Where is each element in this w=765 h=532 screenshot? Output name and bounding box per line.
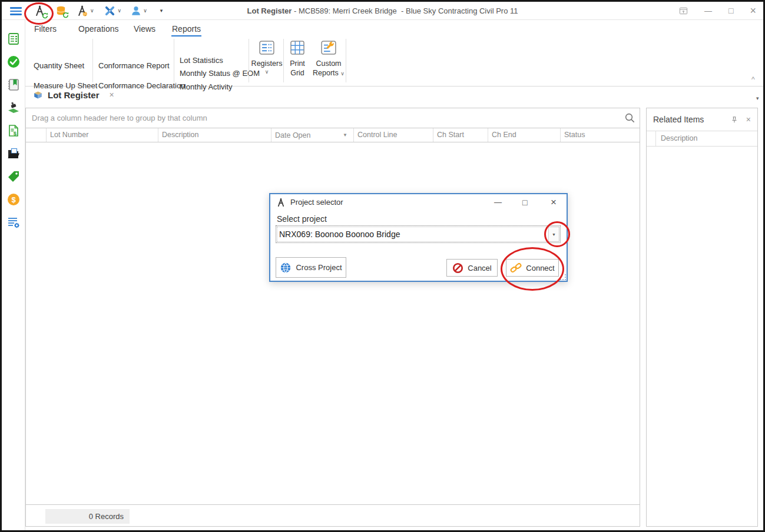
user-icon: [131, 5, 141, 16]
lot-register-grid: Drag a column header here to group by th…: [25, 108, 640, 527]
registers-label: Registers: [251, 59, 283, 68]
dialog-minimize-button[interactable]: —: [494, 194, 502, 210]
document-tab-label: Lot Register: [48, 90, 100, 100]
related-items-body-empty: [647, 147, 757, 526]
chevron-down-icon: ∨: [265, 69, 269, 75]
row-selector-header[interactable]: [26, 128, 47, 142]
column-description[interactable]: Description: [158, 128, 271, 142]
project-gear-icon: [76, 5, 88, 17]
ribbon-divider: [249, 39, 249, 82]
dialog-maximize-button[interactable]: □: [522, 194, 527, 210]
close-button[interactable]: ×: [750, 5, 756, 16]
connect-button[interactable]: Connect: [506, 259, 559, 277]
search-icon: [624, 112, 635, 124]
tab-operations[interactable]: Operations: [78, 24, 118, 34]
close-icon: ×: [746, 115, 751, 124]
dollar-circle-icon: $: [6, 192, 21, 207]
sidebar-lot-register-button[interactable]: [6, 32, 21, 46]
approval-stamp-icon: [6, 101, 21, 115]
record-count-badge: 0 Records: [45, 509, 130, 524]
admin-tools-button[interactable]: ∨: [102, 4, 123, 18]
dropdown-arrow-icon: ▼: [552, 232, 556, 237]
grid-footer: 0 Records: [26, 504, 640, 526]
tab-filters[interactable]: Filters: [34, 24, 57, 34]
quick-access-toolbar: ∨ ∨ ∨ ▾: [32, 2, 163, 19]
user-button[interactable]: ∨: [130, 4, 148, 17]
tab-list-dropdown-icon[interactable]: ▾: [756, 95, 759, 101]
registers-grid-icon: [258, 39, 276, 56]
group-by-bar[interactable]: Drag a column header here to group by th…: [26, 108, 640, 128]
column-status[interactable]: Status: [561, 128, 640, 142]
cancel-prohibition-icon: [452, 262, 463, 274]
cancel-button[interactable]: Cancel: [446, 259, 498, 277]
window-controls: — □ ×: [679, 2, 756, 19]
related-items-header-row: Description: [647, 131, 757, 147]
ribbon-toggle-button[interactable]: [679, 6, 688, 15]
toolbar-more-dropdown-icon[interactable]: ▾: [160, 8, 163, 14]
dialog-titlebar[interactable]: Project selector — □ ×: [270, 194, 567, 210]
sidebar-tags-button[interactable]: [6, 169, 21, 184]
ribbon-divider: [92, 39, 93, 82]
related-row-selector-header: [647, 131, 656, 146]
menu-lot-statistics[interactable]: Lot Statistics: [180, 56, 223, 65]
menu-monthly-activity[interactable]: Monthly Activity: [180, 82, 233, 91]
cube-icon: [32, 89, 44, 100]
project-combo-dropdown-button[interactable]: ▼: [548, 227, 559, 242]
sidebar-register-settings-button[interactable]: [6, 215, 21, 230]
tab-reports[interactable]: Reports: [172, 24, 201, 34]
lot-register-icon: [6, 32, 21, 46]
tag-icon: [6, 169, 21, 184]
document-tab-close-icon[interactable]: ×: [110, 90, 114, 99]
close-panel-button[interactable]: ×: [746, 115, 751, 124]
maximize-button[interactable]: □: [728, 6, 733, 15]
related-items-panel: Related Items × Description: [646, 108, 758, 527]
sidebar-claim-sheet-button[interactable]: $: [6, 124, 21, 138]
project-connect-button[interactable]: [32, 4, 47, 18]
tab-views[interactable]: Views: [134, 24, 155, 34]
project-combo[interactable]: NRX069: Boonoo Boonoo Bridge ▼: [276, 225, 561, 243]
svg-text:$: $: [11, 195, 16, 204]
sidebar-approval-stamp-button[interactable]: [6, 101, 21, 115]
document-tab-lot-register[interactable]: Lot Register ×: [32, 89, 114, 100]
print-grid-button[interactable]: Print Grid: [284, 39, 310, 78]
app-menu-hamburger-icon[interactable]: [10, 7, 22, 17]
sidebar-conformance-button[interactable]: [6, 55, 21, 69]
ribbon-divider: [174, 39, 174, 82]
print-grid-icon: [289, 39, 306, 56]
column-control-line[interactable]: Control Line: [354, 128, 433, 142]
custom-reports-wrench-icon: [320, 39, 337, 56]
related-items-header: Related Items ×: [647, 108, 757, 131]
menu-quantity-sheet[interactable]: Quantity Sheet: [34, 61, 84, 70]
column-lot-number[interactable]: Lot Number: [47, 128, 158, 142]
globe-icon: [280, 262, 292, 274]
dialog-close-button[interactable]: ×: [551, 194, 557, 210]
sidebar-cost-button[interactable]: $: [6, 192, 21, 207]
print-grid-label: Print Grid: [284, 59, 310, 78]
project-tools-button[interactable]: ∨: [75, 4, 95, 18]
dialog-resize-grip[interactable]: [560, 274, 566, 280]
grid-search-button[interactable]: [624, 112, 635, 124]
database-refresh-button[interactable]: [54, 4, 68, 18]
column-ch-end[interactable]: Ch End: [488, 128, 561, 142]
ribbon-divider: [283, 39, 284, 82]
ribbon-collapse-icon[interactable]: ^: [751, 75, 755, 84]
registers-button[interactable]: Registers ∨: [251, 39, 282, 75]
ribbon-divider: [346, 39, 346, 82]
custom-reports-button[interactable]: Custom Reports ∨: [312, 39, 346, 78]
column-date-open[interactable]: Date Open▼: [271, 128, 354, 142]
chevron-down-icon: ∨: [90, 8, 94, 14]
refresh-badge-icon: [62, 12, 69, 18]
column-ch-start[interactable]: Ch Start: [433, 128, 488, 142]
chevron-down-icon: ∨: [118, 8, 122, 14]
sidebar-documents-folder-button[interactable]: [6, 147, 21, 161]
menu-conformance-declaration[interactable]: Conformance Declaration: [98, 81, 185, 90]
menu-measure-up-sheet[interactable]: Measure Up Sheet: [34, 81, 97, 90]
ribbon: Filters Operations Views Reports Quantit…: [25, 20, 763, 87]
cross-project-button[interactable]: Cross Project: [276, 257, 346, 278]
related-column-description[interactable]: Description: [656, 131, 703, 146]
menu-monthly-status-eom[interactable]: Monthly Status @ EOM: [180, 69, 260, 78]
menu-conformance-report[interactable]: Conformance Report: [98, 61, 170, 70]
pin-panel-button[interactable]: [731, 116, 738, 124]
minimize-button[interactable]: —: [704, 7, 712, 15]
sidebar-diary-button[interactable]: [6, 78, 21, 92]
